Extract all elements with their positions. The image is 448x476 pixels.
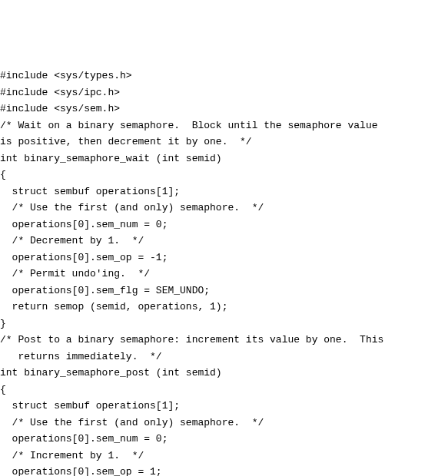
- code-line: #include <sys/sem.h>: [0, 101, 448, 117]
- code-line: /* Wait on a binary semaphore. Block unt…: [0, 117, 448, 134]
- code-block: #include <sys/types.h>#include <sys/ipc.…: [0, 68, 448, 476]
- code-line: /* Decrement by 1. */: [0, 233, 448, 250]
- code-line: /* Increment by 1. */: [0, 448, 448, 464]
- code-line: /* Use the first (and only) semaphore. *…: [0, 200, 448, 217]
- code-line: /* Permit undo'ing. */: [0, 266, 448, 283]
- code-line: operations[0].sem_flg = SEM_UNDO;: [0, 283, 448, 299]
- code-line: struct sembuf operations[1];: [0, 183, 448, 200]
- code-line: int binary_semaphore_wait (int semid): [0, 150, 448, 167]
- code-line: operations[0].sem_num = 0;: [0, 217, 448, 233]
- code-line: /* Use the first (and only) semaphore. *…: [0, 415, 448, 431]
- code-line: #include <sys/ipc.h>: [0, 84, 448, 101]
- code-line: operations[0].sem_op = 1;: [0, 464, 448, 476]
- code-line: {: [0, 382, 448, 398]
- code-line: returns immediately. */: [0, 349, 448, 365]
- code-line: #include <sys/types.h>: [0, 68, 448, 84]
- code-line: is positive, then decrement it by one. *…: [0, 134, 448, 150]
- code-line: return semop (semid, operations, 1);: [0, 299, 448, 316]
- code-line: /* Post to a binary semaphore: increment…: [0, 332, 448, 349]
- code-line: int binary_semaphore_post (int semid): [0, 365, 448, 382]
- code-line: }: [0, 316, 448, 332]
- code-line: struct sembuf operations[1];: [0, 398, 448, 415]
- code-line: {: [0, 167, 448, 183]
- code-line: operations[0].sem_num = 0;: [0, 431, 448, 448]
- code-line: operations[0].sem_op = -1;: [0, 250, 448, 266]
